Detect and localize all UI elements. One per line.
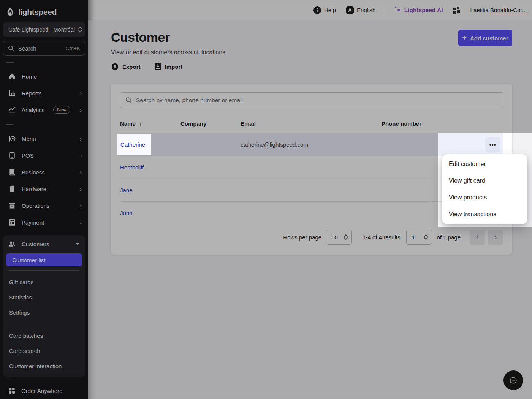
sidebar-search[interactable]: Search Ctrl+K [3,41,85,56]
add-customer-label: Add customer [470,35,508,41]
sidebar-item-gift-cards[interactable]: Gift cards [3,274,85,290]
plus-icon: + [462,33,467,42]
analytics-icon [8,106,16,114]
page-number-stepper[interactable]: 1 [406,230,432,245]
rows-per-page-stepper[interactable]: 50 [326,230,352,245]
customers-icon [8,240,16,248]
sidebar-divider [6,124,14,125]
sidebar-item-hardware[interactable]: Hardware › [0,180,88,197]
sidebar-item-business[interactable]: Business › [0,164,88,180]
import-label: Import [165,63,183,70]
previous-page-button[interactable]: ‹ [470,230,485,245]
chevron-updown-icon [78,27,82,33]
apps-grid-icon[interactable] [453,7,460,14]
customers-group: Customers ▼ Customer list Gift cards Sta… [3,235,85,377]
sidebar-item-settings[interactable]: Settings [3,305,85,320]
results-count: 1-4 of 4 results [363,234,400,241]
pagination: Rows per page 50 1-4 of 4 results 1 of 1… [120,230,503,245]
column-header-name[interactable]: Name↑ [120,120,180,127]
table-search-input[interactable] [136,97,498,104]
business-icon [8,168,16,176]
language-button[interactable]: A English [346,6,375,14]
pos-tablet-icon [8,152,16,159]
sidebar-item-label: Order Anywhere [21,388,62,394]
export-button[interactable]: Export [111,63,141,71]
main-content: Customer View or edit customers across a… [88,20,532,399]
sidebar-search-label: Search [18,45,62,52]
customer-name-link[interactable]: Jane [120,187,133,193]
sidebar-item-card-search[interactable]: Card search [3,343,85,358]
chevron-right-icon: › [80,169,82,176]
sidebar: lightspeed Café Lightspeed - Montréal Se… [0,0,88,399]
sidebar-item-card-batches[interactable]: Card batches [3,328,85,343]
sidebar-item-label: Hardware [22,186,46,192]
reports-icon [8,89,16,97]
sidebar-item-label: Customer list [12,257,46,263]
table-header-row: Name↑ Company Email Phone number [120,114,503,133]
sidebar-item-customer-list[interactable]: Customer list [6,253,82,266]
sidebar-footer: Order Anywhere [0,378,88,399]
next-page-button[interactable]: › [488,230,503,245]
page-title: Customer [111,30,170,45]
lightspeed-ai-button[interactable]: ✦✦ Lightspeed AI [396,7,443,14]
location-selector[interactable]: Café Lightspeed - Montréal [3,22,85,37]
stepper-updown-icon[interactable] [344,234,348,241]
column-header-company[interactable]: Company [180,120,241,127]
page-subtitle: View or edit customers across all locati… [111,49,225,56]
sidebar-item-analytics[interactable]: Analytics New › [0,101,88,118]
table-search[interactable] [120,92,503,108]
chevron-right-icon: › [80,90,82,97]
sidebar-item-pos[interactable]: POS › [0,147,88,164]
menu-item-view-transactions[interactable]: View transactions [442,206,527,223]
language-icon: A [346,6,354,14]
sidebar-divider [6,378,14,378]
menu-item-view-gift-card[interactable]: View gift card [442,173,527,189]
sidebar-item-customer-interaction[interactable]: Customer interaction [3,358,85,374]
user-menu[interactable]: Laetitia Bonaldo-Cor... [470,7,527,13]
lightspeed-logo: lightspeed [0,0,88,17]
sidebar-item-reports[interactable]: Reports › [0,85,88,101]
menu-item-edit-customer[interactable]: Edit customer [442,156,527,173]
stepper-updown-icon[interactable] [424,234,428,241]
search-icon [8,45,14,52]
sidebar-item-order-anywhere[interactable]: Order Anywhere [0,382,88,399]
rows-per-page-value: 50 [331,234,339,241]
chevron-down-icon: ▼ [75,242,80,246]
lightspeed-wordmark: lightspeed [18,8,57,17]
sparkle-icon: ✦✦ [396,7,401,14]
sidebar-item-statistics[interactable]: Statistics [3,290,85,305]
chevron-right-icon: › [80,186,82,192]
help-label: Help [324,7,336,13]
sidebar-item-label: Business [22,169,45,176]
menu-dish-icon [8,135,16,142]
sidebar-item-label: Analytics [22,107,44,113]
sidebar-item-label: Operations [22,203,49,209]
row-actions-button[interactable]: ••• [485,137,500,152]
column-header-email[interactable]: Email [241,120,382,127]
language-label: English [357,7,375,13]
sidebar-item-customers[interactable]: Customers ▼ [3,235,85,253]
lightspeed-flame-icon [6,7,15,17]
import-icon [154,63,162,71]
import-button[interactable]: Import [154,63,183,71]
topbar-divider [386,6,386,15]
customer-name-link[interactable]: Catherine [120,141,145,148]
chevron-right-icon: › [80,152,82,159]
chat-fab-button[interactable] [504,370,523,390]
sidebar-item-operations[interactable]: Operations › [0,197,88,214]
sidebar-item-label: Menu [22,136,36,142]
chevron-right-icon: › [80,203,82,209]
sidebar-item-home[interactable]: Home [0,68,88,85]
email-cell: catherine@lightspeed.com [241,141,382,148]
sidebar-search-shortcut: Ctrl+K [66,46,80,51]
help-button[interactable]: ? Help [314,6,336,14]
table-row: Catherine catherine@lightspeed.com ••• [120,133,503,156]
customer-name-link[interactable]: Heathcliff [120,164,144,171]
menu-item-view-products[interactable]: View products [442,189,527,206]
customer-name-link[interactable]: John [120,210,133,216]
add-customer-button[interactable]: + Add customer [458,30,512,46]
sidebar-item-menu[interactable]: Menu › [0,130,88,147]
column-header-phone[interactable]: Phone number [382,120,483,127]
sort-asc-icon: ↑ [139,120,142,127]
sidebar-item-payment[interactable]: Payment › [0,214,88,231]
